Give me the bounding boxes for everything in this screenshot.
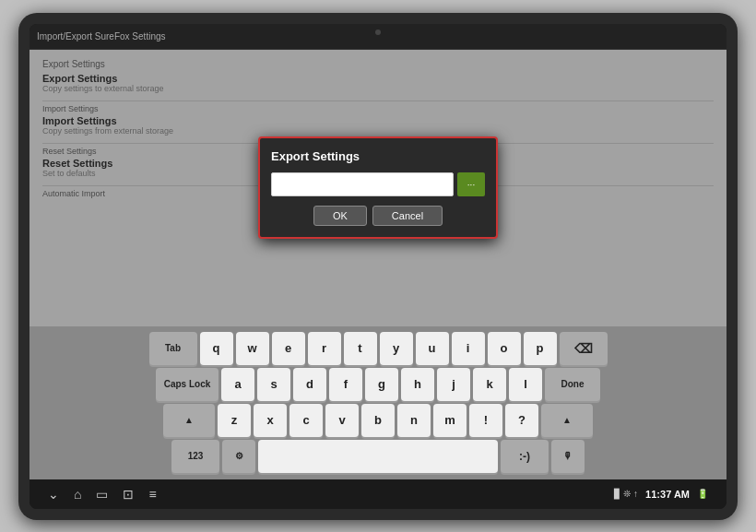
key-j[interactable]: j <box>437 368 470 401</box>
nav-recent-icon[interactable]: ▭ <box>96 487 108 502</box>
dialog-browse-button[interactable] <box>457 172 485 196</box>
key-x[interactable]: x <box>254 404 287 437</box>
tab-key[interactable]: Tab <box>149 332 197 365</box>
export-settings-dialog: Export Settings OK Cancel <box>258 136 498 239</box>
backspace-key[interactable]: ⌫ <box>560 332 608 365</box>
space-key[interactable] <box>258 440 498 473</box>
battery-icon: 🔋 <box>697 489 708 499</box>
emoji-key[interactable]: :-) <box>501 440 549 473</box>
nav-menu-icon[interactable]: ≡ <box>148 487 156 502</box>
key-k[interactable]: k <box>473 368 506 401</box>
dialog-file-input[interactable] <box>271 172 454 196</box>
key-z[interactable]: z <box>218 404 251 437</box>
keyboard: Tab q w e r t y u i o p ⌫ Caps Lock a s … <box>30 326 726 479</box>
nav-left: ⌄ ⌂ ▭ ⊡ ≡ <box>48 487 157 502</box>
dialog-overlay: Export Settings OK Cancel <box>30 50 726 326</box>
key-q[interactable]: q <box>200 332 233 365</box>
key-s[interactable]: s <box>257 368 290 401</box>
keyboard-row-1: Tab q w e r t y u i o p ⌫ <box>33 332 723 365</box>
key-o[interactable]: o <box>488 332 521 365</box>
mic-key[interactable]: 🎙 <box>551 440 585 473</box>
shift-right-key[interactable]: ▲ <box>541 404 593 437</box>
dialog-buttons: OK Cancel <box>271 206 485 226</box>
camera <box>375 30 381 35</box>
num-key[interactable]: 123 <box>171 440 219 473</box>
nav-right: ▊ ❊ ↑ 11:37 AM 🔋 <box>614 489 708 500</box>
done-key[interactable]: Done <box>545 368 600 401</box>
key-e[interactable]: e <box>272 332 305 365</box>
nav-back-icon[interactable]: ⌄ <box>48 487 59 502</box>
keyboard-row-3: ▲ z x c v b n m ! ? ▲ <box>33 404 723 437</box>
top-bar-title: Import/Export SureFox Settings <box>37 31 166 41</box>
key-c[interactable]: c <box>289 404 323 437</box>
key-b[interactable]: b <box>361 404 395 437</box>
bottom-nav: ⌄ ⌂ ▭ ⊡ ≡ ▊ ❊ ↑ 11:37 AM 🔋 <box>30 479 726 509</box>
nav-home-icon[interactable]: ⌂ <box>74 487 81 502</box>
key-m[interactable]: m <box>433 404 467 437</box>
key-a[interactable]: a <box>221 368 254 401</box>
caps-lock-key[interactable]: Caps Lock <box>156 368 219 401</box>
key-g[interactable]: g <box>365 368 398 401</box>
status-time: 11:37 AM <box>645 489 690 500</box>
key-i[interactable]: i <box>452 332 485 365</box>
dialog-title: Export Settings <box>271 149 485 163</box>
key-p[interactable]: p <box>524 332 557 365</box>
key-d[interactable]: d <box>293 368 326 401</box>
key-u[interactable]: u <box>416 332 449 365</box>
key-r[interactable]: r <box>308 332 341 365</box>
nav-window-icon[interactable]: ⊡ <box>123 487 134 502</box>
shift-left-key[interactable]: ▲ <box>163 404 215 437</box>
dialog-ok-button[interactable]: OK <box>313 206 367 226</box>
tablet: Import/Export SureFox Settings Export Se… <box>18 13 738 520</box>
key-exclaim[interactable]: ! <box>469 404 502 437</box>
key-h[interactable]: h <box>401 368 434 401</box>
key-w[interactable]: w <box>236 332 269 365</box>
key-t[interactable]: t <box>344 332 377 365</box>
keyboard-row-4: 123 ⚙ :-) 🎙 <box>33 440 723 473</box>
keyboard-row-2: Caps Lock a s d f g h j k l Done <box>33 368 723 401</box>
key-n[interactable]: n <box>397 404 431 437</box>
key-f[interactable]: f <box>329 368 362 401</box>
key-y[interactable]: y <box>380 332 413 365</box>
tablet-screen: Import/Export SureFox Settings Export Se… <box>30 24 726 509</box>
main-content: Export Settings Export Settings Copy set… <box>30 50 726 326</box>
key-question[interactable]: ? <box>505 404 538 437</box>
key-v[interactable]: v <box>325 404 359 437</box>
status-icons: ▊ ❊ ↑ <box>614 489 639 499</box>
top-bar: Import/Export SureFox Settings <box>30 24 726 50</box>
key-l[interactable]: l <box>509 368 542 401</box>
dialog-cancel-button[interactable]: Cancel <box>372 206 443 226</box>
settings-icon-key[interactable]: ⚙ <box>222 440 255 473</box>
dialog-input-row <box>271 172 485 196</box>
